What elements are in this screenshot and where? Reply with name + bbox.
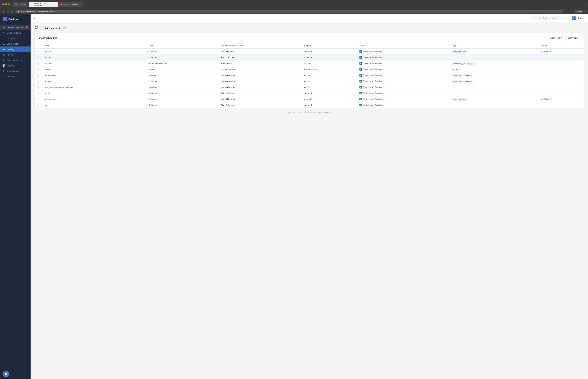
- row-source: A Shared Azure Account ↗: [357, 78, 449, 84]
- page-header: Infrastructure 10: [34, 25, 584, 30]
- row-name-link[interactable]: master: [45, 56, 51, 59]
- row-name-link[interactable]: test-vm: [45, 80, 52, 82]
- downloads-icon[interactable]: ⬇: [571, 10, 573, 13]
- source-link[interactable]: A Shared Azure Account ↗: [359, 62, 446, 65]
- source-link[interactable]: A Shared Azure Account ↗: [359, 92, 446, 95]
- row-type: Serverless Function: [146, 61, 218, 66]
- row-name-link[interactable]: test-vm-vnet: [45, 98, 56, 100]
- row-provider-resource-type: Virtual Network: [218, 84, 302, 90]
- source-link[interactable]: A Shared Azure Account ↗: [359, 56, 446, 59]
- vpn-badge[interactable]: 🛡 VPN: [574, 10, 583, 13]
- row-document-icon: 📄: [37, 104, 40, 106]
- source-link[interactable]: A Shared Azure Account ↗: [359, 68, 446, 71]
- export-csv-button[interactable]: Export to CSV: [547, 36, 564, 40]
- tab-close-icon[interactable]: ×: [55, 3, 56, 5]
- azure-icon: A: [359, 92, 362, 95]
- chat-button[interactable]: 💬: [2, 371, 9, 377]
- col-type: Type: [146, 43, 218, 48]
- clear-filters-button[interactable]: Clear Filters: [565, 36, 581, 40]
- address-bar[interactable]: 🔒 app.opslevel.com/catalog/infrastructur…: [15, 10, 563, 13]
- sidebar-item-catalog[interactable]: ▣ Catalog ›: [0, 47, 31, 52]
- lock-icon: 🔒: [17, 10, 20, 13]
- logo-text: OpsLevel: [8, 18, 19, 20]
- col-source: Source: [357, 43, 449, 48]
- row-region: eastus2: [302, 84, 357, 90]
- sidebar-item-self-service[interactable]: ☰ Self-Service ›: [0, 41, 31, 47]
- search-input[interactable]: [543, 17, 568, 19]
- browser-window: O OpsLevel I Infrastructure - OpsLevel ×…: [0, 0, 588, 379]
- row-region: uaenorth: [302, 55, 357, 61]
- user-dropdown-icon: ⌄: [583, 17, 585, 19]
- sidebar-item-settings[interactable]: ⚙ Settings ›: [0, 74, 31, 79]
- table-row: 📄abcdeccServerless FunctionFunction Appe…: [35, 61, 584, 66]
- integrations-chevron-icon: ›: [28, 70, 28, 72]
- sidebar-icon[interactable]: ▭: [567, 10, 569, 13]
- help-button[interactable]: ?: [531, 16, 536, 20]
- row-source: A Shared Azure Account ↗: [357, 61, 449, 66]
- row-document-icon: 📄: [37, 63, 40, 65]
- source-link[interactable]: A Shared Azure Account ↗: [359, 80, 446, 82]
- sidebar-item-self-service-label: Self-Service: [7, 43, 26, 45]
- row-document-icon: 📄: [37, 68, 40, 71]
- new-tab-button[interactable]: +: [83, 2, 87, 7]
- sidebar-item-reports[interactable]: 📊 Reports ›: [0, 63, 31, 68]
- sidebar-item-dashboard-label: Dashboard: [7, 37, 28, 40]
- source-link[interactable]: A Shared Azure Account ↗: [359, 104, 446, 106]
- row-icon-cell: 📄: [35, 78, 42, 84]
- row-name-link[interactable]: vnet-test-managed-instance-cc: [45, 86, 73, 89]
- col-name: Name: [42, 43, 146, 48]
- sidebar-item-detected-services[interactable]: ⚡ Detected Services 1: [0, 25, 31, 30]
- sidebar-navigation: ⚡ Detected Services 1 ✦ Getting Started …: [0, 23, 31, 368]
- menu-icon[interactable]: ≡: [585, 10, 586, 13]
- hamburger-button[interactable]: ≡: [34, 17, 35, 20]
- forward-button[interactable]: ›: [6, 10, 9, 13]
- row-name-link[interactable]: abcdecc: [45, 62, 52, 65]
- source-link[interactable]: A Shared Azure Account ↗: [359, 50, 446, 53]
- row-document-icon: 📄: [37, 74, 40, 77]
- tab-infrastructure[interactable]: I Infrastructure - OpsLevel ×: [29, 2, 58, 7]
- infra-actions: Export to CSV Clear Filters: [547, 36, 581, 40]
- owner-link[interactable]: 🔒 Platform: [541, 98, 581, 100]
- row-region: uaenorth: [302, 102, 357, 108]
- row-tags: owner : platform: [449, 96, 538, 102]
- row-name-link[interactable]: sql: [45, 104, 47, 106]
- tab-opslevel[interactable]: O OpsLevel: [13, 2, 28, 7]
- row-icon-cell: 📄: [35, 66, 42, 72]
- sidebar-item-integrations[interactable]: ⚙ Integrations ›: [0, 68, 31, 74]
- row-name: abcdecc: [42, 61, 146, 66]
- table-row: 📄masterDatabaseSQL Databaseuaenorth A Sh…: [35, 55, 584, 61]
- browser-toolbar: ‹ › ↻ 🔒 app.opslevel.com/catalog/infrast…: [0, 9, 588, 14]
- sidebar-item-people[interactable]: 👤 People ›: [0, 52, 31, 57]
- tag-badge: owner : catalog-creation: [451, 80, 473, 83]
- row-region: eastus: [302, 78, 357, 84]
- row-provider-resource-type: Cache for Redis: [218, 66, 302, 72]
- source-link[interactable]: A Shared Azure Account ↗: [359, 98, 446, 100]
- source-link[interactable]: A Shared Azure Account ↗: [359, 86, 446, 89]
- sidebar-item-service-maturity[interactable]: ◎ Service Maturity ›: [0, 57, 31, 63]
- azure-icon: A: [359, 68, 362, 71]
- maximize-button[interactable]: [8, 3, 10, 5]
- sidebar-item-getting-started[interactable]: ✦ Getting Started: [0, 30, 31, 35]
- user-name[interactable]: Paul ⌄: [578, 17, 585, 19]
- row-name-link[interactable]: redis-cc: [45, 68, 52, 71]
- minimize-button[interactable]: [5, 3, 7, 5]
- owner-link[interactable]: 🔒 Platform: [541, 50, 581, 53]
- tab-graphql[interactable]: G OpsLevel | GraphiQL: [58, 2, 82, 7]
- tab-controls[interactable]: ⌄: [584, 3, 586, 5]
- row-name-link[interactable]: test-vm-vnet: [45, 74, 56, 77]
- row-region: eastus: [302, 61, 357, 66]
- search-box[interactable]: 🔍: [538, 16, 570, 20]
- sidebar-item-dashboard[interactable]: ⌂ Dashboard: [0, 35, 31, 41]
- close-button[interactable]: [2, 3, 4, 5]
- refresh-button[interactable]: ↻: [10, 10, 14, 13]
- share-icon[interactable]: ⬆: [564, 10, 566, 13]
- source-link[interactable]: A Shared Azure Account ↗: [359, 74, 446, 77]
- sidebar-item-getting-started-label: Getting Started: [7, 32, 28, 34]
- tab-opslevel-label: OpsLevel: [19, 3, 26, 5]
- row-type: Compute: [146, 78, 218, 84]
- back-button[interactable]: ‹: [2, 10, 5, 13]
- row-name-link[interactable]: test-fr: [45, 92, 50, 95]
- row-name-link[interactable]: test-vm: [45, 50, 52, 53]
- row-owner: [538, 90, 584, 96]
- row-provider-resource-type: Virtual Network: [218, 96, 302, 102]
